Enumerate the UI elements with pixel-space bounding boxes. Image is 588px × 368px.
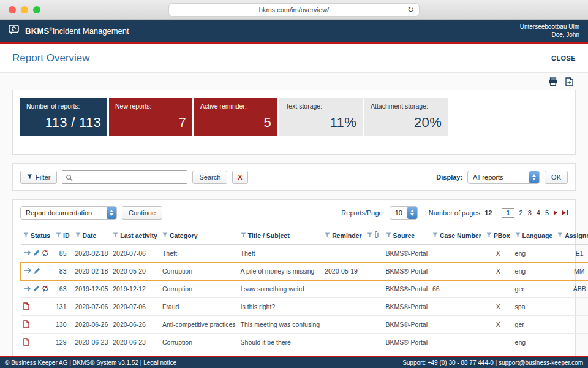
window-zoom-button[interactable] [33,6,40,13]
column-header-assignment[interactable]: Assignment [555,226,588,245]
continue-button[interactable]: Continue [122,206,162,220]
display-label: Display: [436,174,462,181]
column-header-last_activity[interactable]: Last activity [110,226,160,245]
ok-button[interactable]: OK [545,171,568,184]
new-report-icon [23,322,29,329]
clear-search-button[interactable]: X [232,171,247,184]
pagination-pages: 12345 [502,208,549,218]
category-cell: Anti-competitive practices [160,316,238,334]
forward-arrow-icon [23,250,31,257]
pbox-cell: X [484,263,513,280]
page-button-5[interactable]: 5 [545,209,549,217]
date-cell: 2020-07-06 [73,298,111,316]
language-cell: ger [513,280,556,298]
footer-left-text[interactable]: © Business Keeper AG | BKMS® System v3.1… [5,359,176,366]
date-cell: 2020-06-26 [73,316,111,334]
column-header-case_number[interactable]: Case Number [430,226,484,245]
status-cell [21,298,53,316]
pencil-icon [34,268,40,275]
page-button-2[interactable]: 2 [519,209,523,217]
column-header-pbox[interactable]: PBox [484,226,513,245]
stat-label: New reports: [115,102,186,110]
select-stepper-icon [529,171,539,183]
pencil-icon [33,286,40,293]
url-bar[interactable]: bkms.com/im/overview/ ↻ [168,3,420,17]
search-button[interactable]: Search [192,171,227,184]
column-header-title[interactable]: Title / Subject [238,226,323,245]
funnel-icon [23,232,29,239]
attachment-cell [364,263,383,280]
report-row-131[interactable]: 1312020-07-062020-07-06FraudIs this righ… [21,298,588,316]
status-cell [21,245,53,263]
case_number-cell [430,245,484,263]
action-select[interactable]: Report documentation [20,206,117,220]
stat-value: 20% [371,115,442,131]
category-cell: Corruption [160,263,238,280]
pagination: 12345 [502,208,568,218]
funnel-icon [241,232,246,239]
report-row-85[interactable]: 852020-02-182020-07-06TheftTheftBKMS®-Po… [21,245,588,263]
report-row-129[interactable]: 1292020-06-232020-06-23CorruptionShould … [21,334,588,351]
reload-icon[interactable]: ↻ [407,5,414,14]
reminder-cell [322,316,364,334]
case_number-cell: 66 [430,280,484,298]
report-row-130[interactable]: 1302020-06-262020-06-26Anti-competitive … [21,316,588,334]
display-select[interactable]: All reports [467,171,540,184]
column-header-category[interactable]: Category [160,226,238,245]
column-header-reminder[interactable]: Reminder [322,226,364,245]
last_activity-cell: 2020-07-06 [110,298,160,316]
category-cell: Corruption [160,280,238,298]
status-cell [21,280,53,298]
column-header-language[interactable]: Language [513,226,556,245]
export-report-icon[interactable] [565,77,573,86]
column-header-status[interactable]: Status [21,226,53,245]
next-page-icon[interactable] [554,210,557,215]
stat-label: Active reminder: [200,102,271,110]
filter-button[interactable]: Filter [20,171,57,184]
column-header-date[interactable]: Date [73,226,111,245]
column-header-id[interactable]: ID [53,226,73,245]
funnel-icon [515,232,521,239]
print-icon[interactable] [548,77,558,86]
language-cell: ger [513,316,556,334]
title-cell: This meeting was confusing [238,316,323,334]
id-cell: 83 [53,263,73,280]
table-panel: Report documentation Continue Reports/Pa… [12,199,576,368]
footer-right-text[interactable]: Support: +49 (0) 30 - 88 77 444-0 | supp… [402,359,583,366]
reminder-cell [322,298,364,316]
traffic-lights [9,6,40,13]
pbox-cell: X [484,316,513,334]
category-cell: Fraud [160,298,238,316]
display-select-value: All reports [473,174,503,181]
column-header-attachment[interactable] [364,226,383,245]
action-select-value: Report documentation [26,209,92,217]
page-button-3[interactable]: 3 [528,209,532,217]
last_activity-cell: 2020-06-26 [110,316,160,334]
per-page-value: 10 [395,209,402,217]
window-close-button[interactable] [9,6,16,13]
stat-card-attachment-storage: Attachment storage: 20% [364,98,448,136]
page-button-4[interactable]: 4 [537,209,540,217]
report-row-63[interactable]: 632019-12-052019-12-12CorruptionI saw so… [21,280,588,298]
funnel-icon [325,232,330,239]
status-cell [21,334,53,351]
last-page-icon[interactable] [562,210,568,215]
reminder-cell [322,280,364,298]
column-header-source[interactable]: Source [383,226,430,245]
close-button[interactable]: CLOSE [551,55,576,62]
category-cell: Theft [160,245,238,263]
source-cell: BKMS®-Portal [383,298,430,316]
last_activity-cell: 2020-06-23 [110,334,160,351]
report-row-83[interactable]: 832020-02-182020-05-20CorruptionA pile o… [21,263,588,280]
page-button-1[interactable]: 1 [502,208,514,218]
window-minimize-button[interactable] [21,6,28,13]
stats-cards: Number of reports: 113 / 113 New reports… [20,98,568,136]
table-header-row: StatusIDDateLast activityCategoryTitle /… [21,226,588,245]
search-input[interactable] [62,170,187,184]
id-cell: 63 [53,280,73,298]
table-controls: Report documentation Continue Reports/Pa… [20,206,568,226]
attachment-cell [364,245,383,263]
attachment-cell [364,334,383,351]
per-page-select[interactable]: 10 [390,206,418,220]
pbox-cell: X [484,245,513,263]
